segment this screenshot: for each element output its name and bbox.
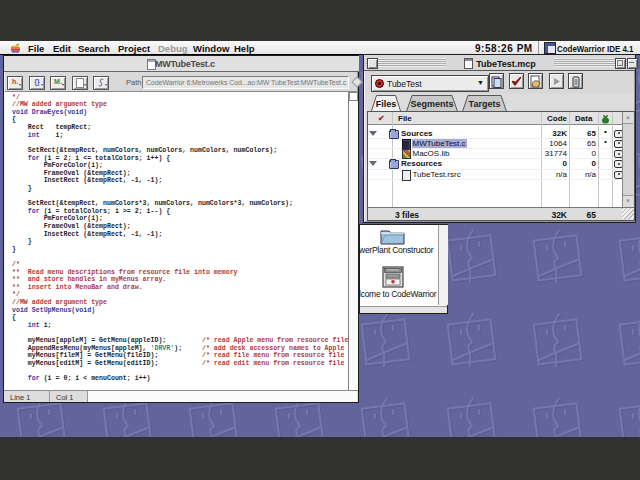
- svg-text:Targets: Targets: [469, 99, 501, 109]
- svg-text:Segments: Segments: [410, 99, 453, 109]
- svg-text:Files: Files: [376, 99, 397, 109]
